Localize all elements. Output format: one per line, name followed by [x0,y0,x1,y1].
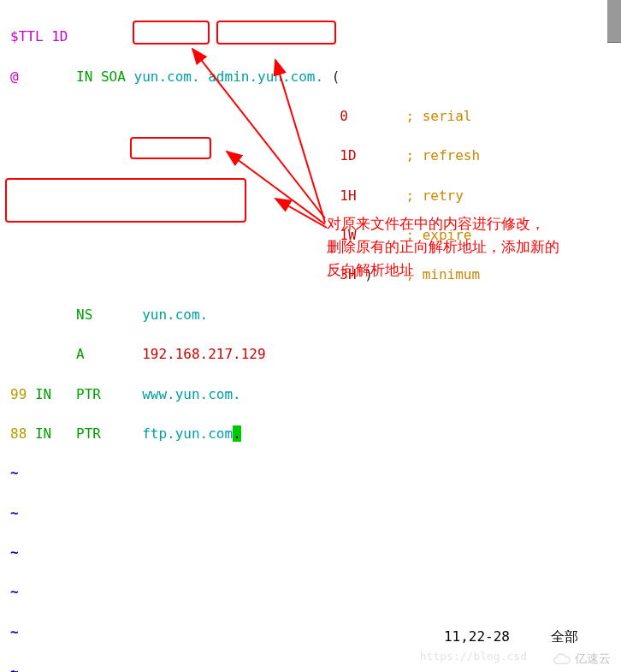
empty-line-tilde: ~ [10,503,611,523]
rec88-ptr: PTR [76,425,101,442]
watermark-brand: 亿速云 [553,650,611,667]
ns-type: NS [76,306,92,323]
line-refresh: 1D ; refresh [10,146,611,165]
soa-rname: admin.yun.com. [208,68,323,85]
soa-type: SOA [101,68,126,85]
empty-line-tilde: ~ [10,582,611,602]
rec88-in: IN [35,425,51,442]
rec99-in: IN [35,386,51,402]
paren-open: ( [332,68,340,85]
line-retry: 1H ; retry [10,186,611,205]
rec99-value: www.yun.com. [142,386,241,402]
retry-comment: ; retry [405,187,463,204]
watermark-text: 亿速云 [575,650,611,667]
serial-value: 0 [340,108,348,124]
refresh-value: 1D [340,147,356,164]
line-ptr-99: 99 IN PTR www.yun.com. [10,384,611,404]
line-serial: 0 ; serial [10,106,611,126]
scrollbar-thumb[interactable] [607,0,621,43]
line-soa: @ IN SOA yun.com. admin.yun.com. ( [10,67,611,86]
status-mode: 全部 [551,627,578,646]
rec88-value-part: ftp.yun.com [142,425,233,442]
retry-value: 1H [340,187,356,204]
annotation-line-2: 删除原有的正向解析地址，添加新的 [327,235,592,259]
annotation-text: 对原来文件在中的内容进行修改， 删除原有的正向解析地址，添加新的 反向解析地址 [327,212,592,282]
empty-line-tilde: ~ [10,463,611,483]
empty-line-tilde: ~ [10,622,611,642]
soa-mname: yun.com. [134,68,200,85]
line-ttl: $TTL 1D [10,27,611,46]
serial-comment: ; serial [405,108,471,124]
ttl-directive: $TTL [10,28,44,45]
a-value: 192.168.217.129 [142,346,266,362]
empty-line-tilde: ~ [10,543,611,562]
line-ns: NS yun.com. [10,305,611,324]
cursor: . [233,425,241,442]
a-type: A [76,346,85,362]
rec99-ptr: PTR [76,386,101,402]
line-ptr-88: 88 IN PTR ftp.yun.com. [10,424,611,443]
watermark-url: https://blog.csd [420,649,527,665]
ns-value: yun.com. [142,306,208,323]
in-class: IN [76,68,92,85]
origin-symbol: @ [10,68,19,85]
ttl-value: 1D [51,28,68,45]
refresh-comment: ; refresh [405,147,480,164]
annotation-line-1: 对原来文件在中的内容进行修改， [327,212,592,235]
line-a: A 192.168.217.129 [10,344,611,364]
status-position: 11,22-28 [444,627,510,646]
annotation-line-3: 反向解析地址 [327,259,592,282]
cloud-icon [553,651,571,665]
editor-area[interactable]: $TTL 1D @ IN SOA yun.com. admin.yun.com.… [0,0,621,672]
rec99-num: 99 [10,386,27,402]
rec88-num: 88 [10,425,27,442]
